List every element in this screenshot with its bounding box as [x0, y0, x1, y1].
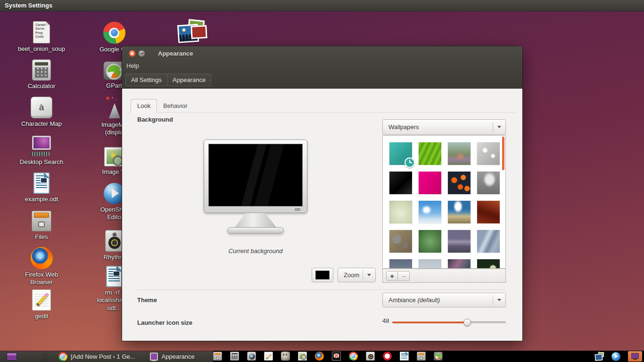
- wallpapers-list[interactable]: [382, 135, 506, 269]
- wallpaper-thumb[interactable]: [448, 259, 471, 269]
- theme-dropdown[interactable]: Ambiance (default): [382, 293, 506, 307]
- desktop-icon-label: Desktop Search: [13, 158, 70, 166]
- section-divider: [137, 289, 506, 290]
- active-display-settings-icon[interactable]: [628, 351, 642, 362]
- wallpaper-thumb[interactable]: [419, 259, 441, 269]
- wallpaper-thumb[interactable]: [419, 172, 441, 194]
- current-background-caption: Current background: [204, 247, 307, 255]
- wallpapers-source-dropdown[interactable]: Wallpapers: [382, 119, 506, 135]
- wallpaper-thumb[interactable]: [419, 201, 441, 223]
- desktop-icon-label: Character Map: [13, 120, 70, 128]
- desktop-icon-files[interactable]: Files: [13, 211, 70, 241]
- gedit-icon[interactable]: [264, 352, 273, 361]
- taskbar-tray-right: [595, 351, 642, 362]
- photo-stack-icon[interactable]: [595, 352, 604, 361]
- wallpaper-thumb[interactable]: [477, 259, 500, 269]
- wallpaper-thumb[interactable]: [477, 172, 500, 194]
- desktop-icon-example-odt[interactable]: example.odt: [13, 173, 70, 203]
- tab-look[interactable]: Look: [131, 99, 157, 113]
- wallpapers-source-label: Wallpapers: [383, 123, 493, 131]
- wallpaper-thumb[interactable]: [389, 172, 412, 194]
- add-wallpaper-button[interactable]: +: [386, 271, 398, 281]
- combo-separator: [493, 295, 493, 305]
- appearance-window: Appearance Help All Settings Appearance …: [122, 46, 522, 341]
- wallpaper-thumb[interactable]: [419, 142, 441, 165]
- desktop-icon-firefox[interactable]: Firefox Web Browser: [13, 247, 70, 287]
- appearance-breadcrumb-button[interactable]: Appearance: [167, 74, 211, 86]
- background-heading: Background: [137, 116, 173, 123]
- wallpaper-thumb[interactable]: [389, 259, 412, 269]
- files-icon[interactable]: [417, 352, 426, 361]
- launcher-icon-size-slider[interactable]: [392, 319, 506, 326]
- slider-handle[interactable]: [463, 319, 471, 326]
- rhythmbox-icon[interactable]: [366, 352, 375, 361]
- desktop-icon-desktop-search[interactable]: Desktop Search: [13, 136, 70, 166]
- titlebar[interactable]: Appearance: [122, 46, 522, 60]
- gparted-icon[interactable]: [434, 352, 443, 361]
- calculator-icon[interactable]: [230, 352, 239, 361]
- background-color-swatch-button[interactable]: [312, 268, 333, 282]
- opera-icon[interactable]: [383, 352, 392, 361]
- desktop-icon-gedit[interactable]: gedit: [13, 289, 70, 320]
- all-settings-button[interactable]: All Settings: [125, 74, 167, 86]
- taskbar-separator: [41, 353, 48, 361]
- wallpaper-thumb[interactable]: [477, 201, 500, 223]
- wallpaper-thumb[interactable]: [477, 142, 500, 165]
- theme-label: Theme: [137, 296, 157, 304]
- desktop-icon-label: gedit: [13, 313, 70, 320]
- wallpaper-thumb[interactable]: [477, 230, 500, 253]
- show-desktop-icon[interactable]: [7, 353, 17, 361]
- files-icon[interactable]: [213, 352, 222, 361]
- desktop-icon-label: beet_onion_soup: [13, 45, 70, 53]
- remove-wallpaper-button[interactable]: −: [398, 271, 410, 281]
- wallpaper-thumb-selected[interactable]: [389, 142, 412, 165]
- image-viewer-icon[interactable]: [298, 352, 307, 361]
- chevron-down-icon: [497, 126, 501, 128]
- gimp-icon[interactable]: [281, 352, 290, 361]
- writer-doc-icon: [33, 173, 50, 194]
- writer-doc-icon: [106, 266, 122, 287]
- task-chrome-add-new-post[interactable]: [Add New Post ‹ 1 Ge...: [55, 351, 139, 362]
- desktop-icon-beet-onion-soup[interactable]: Caram Serve Prep Cook beet_onion_soup: [13, 21, 70, 53]
- desktop-icon-character-map[interactable]: à Character Map: [13, 97, 70, 128]
- xterm-icon[interactable]: [332, 352, 341, 361]
- zoom-mode-dropdown[interactable]: Zoom: [338, 268, 376, 282]
- wallpaper-thumb[interactable]: [448, 142, 471, 165]
- photo-stack-icon: [177, 20, 205, 45]
- menu-help[interactable]: Help: [122, 60, 143, 71]
- taskbar-tray: [213, 352, 443, 361]
- wallpaper-thumb[interactable]: [448, 230, 471, 253]
- minimize-icon[interactable]: [138, 50, 145, 57]
- tab-behavior[interactable]: Behavior: [157, 99, 193, 113]
- openshot-icon: [104, 183, 125, 204]
- taskbar-window-list: [Add New Post ‹ 1 Ge... Appearance: [0, 351, 213, 362]
- firefox-icon: [31, 247, 53, 269]
- monitor-screen: [208, 144, 303, 206]
- zoom-mode-label: Zoom: [338, 272, 363, 279]
- desktop-icon-photos[interactable]: [163, 20, 219, 45]
- wallpaper-thumb[interactable]: [389, 201, 412, 223]
- openshot-icon[interactable]: [611, 352, 620, 361]
- wallpaper-thumb[interactable]: [389, 230, 412, 253]
- calculator-icon: [32, 59, 51, 81]
- firefox-icon[interactable]: [315, 352, 324, 361]
- close-icon[interactable]: [129, 50, 136, 57]
- text-file-preview: Caram Serve Prep Cook: [33, 22, 50, 42]
- task-label: [Add New Post ‹ 1 Ge...: [71, 353, 135, 360]
- writer-doc-icon[interactable]: [400, 352, 409, 361]
- monitor-stand: [233, 213, 278, 229]
- monitor-base: [227, 227, 284, 234]
- chevron-down-icon: [367, 274, 371, 276]
- color-swatch: [315, 271, 330, 280]
- launcher-icon-size-label: Launcher icon size: [137, 319, 192, 326]
- wallpaper-thumb[interactable]: [448, 172, 471, 194]
- wallpapers-scrollbar[interactable]: [502, 137, 504, 170]
- desktop-icon-calculator[interactable]: Calculator: [13, 59, 70, 90]
- task-appearance[interactable]: Appearance: [146, 351, 198, 362]
- camera-icon[interactable]: [247, 352, 256, 361]
- wallpaper-thumb[interactable]: [419, 230, 441, 253]
- chrome-icon[interactable]: [349, 352, 358, 361]
- window-toolbar: All Settings Appearance: [122, 71, 522, 89]
- wallpaper-thumb[interactable]: [448, 201, 471, 223]
- combo-separator: [363, 270, 363, 280]
